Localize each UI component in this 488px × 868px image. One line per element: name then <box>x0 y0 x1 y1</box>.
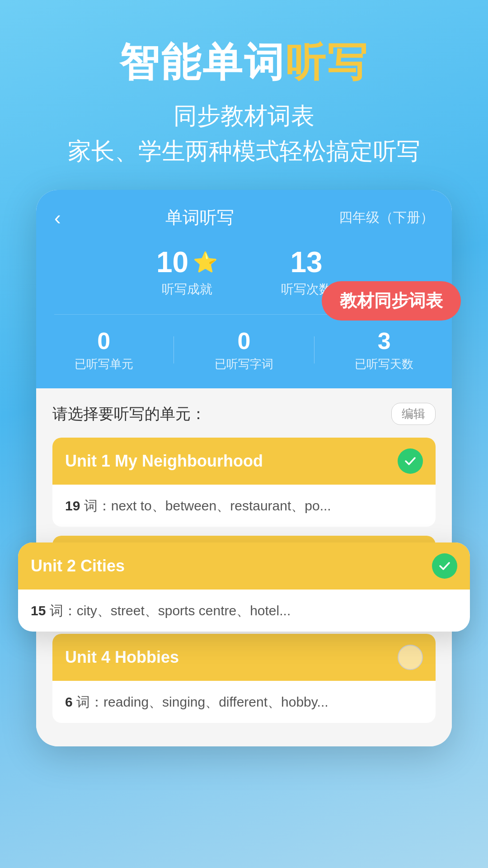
unit-2-words: 15 词：city、street、sports centre、hotel... <box>18 590 470 632</box>
unit-4-check <box>398 645 423 670</box>
stat-achievement-value: 10 ⭐ <box>156 245 218 279</box>
unit-1-title: Unit 1 My Neighbourhood <box>65 452 263 471</box>
unit-1-check <box>398 448 423 474</box>
stat-achievement-label: 听写成就 <box>156 281 218 298</box>
unit-2-count: 15 <box>31 603 46 618</box>
phone-mockup: ‹ 单词听写 四年级（下册） 10 ⭐ 听写成就 13 听写次数 <box>36 190 452 746</box>
grade-label: 四年级（下册） <box>339 208 434 227</box>
unit-1-words: 19 词：next to、between、restaurant、po... <box>52 485 436 527</box>
stat-count-value: 13 <box>281 245 332 279</box>
stat-words-value: 0 <box>215 327 273 354</box>
edit-button[interactable]: 编辑 <box>391 403 436 425</box>
unit-1-header: Unit 1 My Neighbourhood <box>52 438 436 485</box>
top-section: 智能单词听写 同步教材词表 家长、学生两种模式轻松搞定听写 <box>0 0 488 196</box>
stats-bottom: 0 已听写单元 0 已听写字词 3 已听写天数 <box>54 314 434 388</box>
unit-2-check <box>432 553 457 579</box>
nav-title: 单词听写 <box>165 206 234 229</box>
tooltip-text: 教材同步词表 <box>340 291 443 310</box>
stat-achievement: 10 ⭐ 听写成就 <box>156 245 218 298</box>
divider-1 <box>174 336 174 363</box>
select-label-row: 请选择要听写的单元： 编辑 <box>52 403 436 425</box>
subtitle-line2: 家长、学生两种模式轻松搞定听写 <box>0 133 488 169</box>
unit-card-1[interactable]: Unit 1 My Neighbourhood 19 词：next to、bet… <box>52 438 436 527</box>
main-title: 智能单词听写 <box>0 41 488 85</box>
star-icon: ⭐ <box>193 250 218 274</box>
unit-2-header: Unit 2 Cities <box>18 542 470 590</box>
stat-count: 13 听写次数 <box>281 245 332 298</box>
stat-days-value: 3 <box>355 327 413 354</box>
unit-4-words: 6 词：reading、singing、different、hobby... <box>52 681 436 723</box>
stat-units-value: 0 <box>75 327 133 354</box>
unit-4-count: 6 <box>65 694 73 709</box>
phone-nav: ‹ 单词听写 四年级（下册） <box>54 206 434 229</box>
tooltip-badge: 教材同步词表 <box>322 281 461 321</box>
floating-card-unit2[interactable]: Unit 2 Cities 15 词：city、street、sports ce… <box>18 542 470 632</box>
stat-days: 3 已听写天数 <box>355 327 413 372</box>
stat-words-label: 已听写字词 <box>215 356 273 372</box>
unit-4-header: Unit 4 Hobbies <box>52 634 436 681</box>
stat-units: 0 已听写单元 <box>75 327 133 372</box>
back-button[interactable]: ‹ <box>54 207 61 229</box>
divider-2 <box>314 336 314 363</box>
unit-2-title: Unit 2 Cities <box>31 557 125 576</box>
stat-words: 0 已听写字词 <box>215 327 273 372</box>
unit-1-count: 19 <box>65 498 80 513</box>
unit-card-4[interactable]: Unit 4 Hobbies 6 词：reading、singing、diffe… <box>52 634 436 723</box>
stat-days-label: 已听写天数 <box>355 356 413 372</box>
main-title-text: 智能单词 <box>119 40 286 85</box>
main-title-highlight: 听写 <box>286 40 369 85</box>
select-label: 请选择要听写的单元： <box>52 404 206 425</box>
stat-units-label: 已听写单元 <box>75 356 133 372</box>
subtitle-line1: 同步教材词表 <box>0 98 488 133</box>
unit-4-title: Unit 4 Hobbies <box>65 648 179 667</box>
